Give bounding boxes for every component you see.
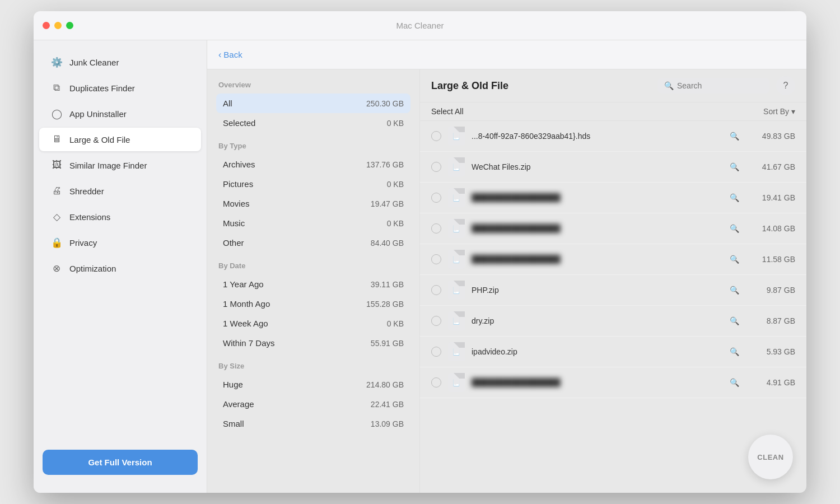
- file-type-icon: 📄: [448, 342, 465, 361]
- average-value: 22.41 GB: [371, 400, 404, 409]
- minimize-button[interactable]: [54, 22, 62, 29]
- file-checkbox[interactable]: [431, 285, 441, 295]
- overview-all-row[interactable]: All 250.30 GB: [216, 94, 410, 113]
- file-list-header: Select All Sort By ▾: [420, 102, 806, 121]
- type-row-archives[interactable]: Archives 137.76 GB: [216, 155, 410, 174]
- size-row-average[interactable]: Average 22.41 GB: [216, 394, 410, 414]
- select-all-label[interactable]: Select All: [431, 107, 464, 116]
- movies-value: 19.47 GB: [371, 199, 404, 208]
- overview-selected-row[interactable]: Selected 0 KB: [216, 113, 410, 133]
- sidebar-item-large-old-file[interactable]: 🖥 Large & Old File: [39, 128, 201, 151]
- average-label: Average: [223, 399, 254, 409]
- type-row-music[interactable]: Music 0 KB: [216, 213, 410, 233]
- chevron-down-icon: ▾: [791, 107, 795, 116]
- file-checkbox[interactable]: [431, 193, 441, 203]
- file-search-icon[interactable]: 🔍: [725, 162, 744, 171]
- sidebar-item-label: Shredder: [69, 186, 104, 196]
- sidebar-item-app-uninstaller[interactable]: ◯ App Uninstaller: [39, 102, 201, 125]
- file-name: ████████████████: [472, 255, 718, 264]
- pictures-value: 0 KB: [387, 180, 404, 189]
- file-search-icon[interactable]: 🔍: [725, 132, 744, 141]
- sidebar-item-label: Similar Image Finder: [69, 161, 147, 170]
- file-checkbox[interactable]: [431, 131, 441, 141]
- file-checkbox[interactable]: [431, 223, 441, 234]
- file-checkbox[interactable]: [431, 316, 441, 326]
- size-row-small[interactable]: Small 13.09 GB: [216, 414, 410, 433]
- sidebar-item-extensions[interactable]: ◇ Extensions: [39, 205, 201, 228]
- back-button[interactable]: ‹ Back: [218, 50, 242, 60]
- file-checkbox[interactable]: [431, 162, 441, 172]
- maximize-button[interactable]: [66, 22, 73, 29]
- other-label: Other: [223, 238, 244, 248]
- by-date-title: By Date: [216, 262, 410, 270]
- sidebar-item-label: Optimization: [69, 264, 116, 273]
- file-search-icon[interactable]: 🔍: [725, 255, 744, 264]
- file-size: 41.67 GB: [750, 162, 795, 171]
- file-search-icon[interactable]: 🔍: [725, 286, 744, 295]
- small-label: Small: [223, 419, 244, 428]
- clean-button[interactable]: CLEAN: [748, 435, 793, 479]
- file-search-icon[interactable]: 🔍: [725, 224, 744, 233]
- file-search-icon[interactable]: 🔍: [725, 193, 744, 202]
- image-icon: 🖼: [50, 159, 63, 171]
- year-ago-label: 1 Year Ago: [223, 279, 264, 289]
- get-full-version-button[interactable]: Get Full Version: [43, 450, 198, 475]
- year-ago-value: 39.11 GB: [371, 280, 404, 289]
- all-value: 250.30 GB: [366, 99, 404, 108]
- file-type-icon: 📄: [448, 311, 465, 330]
- type-row-other[interactable]: Other 84.40 GB: [216, 233, 410, 253]
- sidebar-item-shredder[interactable]: 🖨 Shredder: [39, 179, 201, 203]
- sidebar-item-duplicates-finder[interactable]: ⧉ Duplicates Finder: [39, 76, 201, 100]
- traffic-lights: [43, 22, 73, 29]
- type-row-movies[interactable]: Movies 19.47 GB: [216, 194, 410, 213]
- search-input[interactable]: [677, 81, 763, 90]
- file-name: ████████████████: [472, 193, 718, 202]
- sidebar-item-similar-image-finder[interactable]: 🖼 Similar Image Finder: [39, 153, 201, 177]
- date-row-year[interactable]: 1 Year Ago 39.11 GB: [216, 274, 410, 294]
- date-row-week[interactable]: 1 Week Ago 0 KB: [216, 314, 410, 333]
- help-button[interactable]: ?: [776, 76, 795, 95]
- huge-value: 214.80 GB: [366, 380, 404, 389]
- sort-by-button[interactable]: Sort By ▾: [763, 107, 795, 116]
- file-search-icon[interactable]: 🔍: [725, 378, 744, 387]
- left-panel: Overview All 250.30 GB Selected 0 KB By …: [207, 69, 420, 493]
- close-button[interactable]: [43, 22, 50, 29]
- optimization-icon: ⊗: [50, 262, 63, 274]
- file-name: ...8-40ff-92a7-860e329aab41}.hds: [472, 132, 718, 141]
- file-name: ipadvideo.zip: [472, 347, 718, 356]
- sidebar-item-label: Junk Cleaner: [69, 58, 119, 67]
- file-list: 📄...8-40ff-92a7-860e329aab41}.hds🔍49.83 …: [420, 121, 806, 493]
- by-type-title: By Type: [216, 142, 410, 150]
- file-checkbox[interactable]: [431, 254, 441, 264]
- search-box[interactable]: 🔍: [657, 78, 769, 94]
- gear-icon: ⚙️: [50, 56, 63, 68]
- lock-icon: 🔒: [50, 236, 63, 249]
- all-label: All: [223, 99, 232, 108]
- date-row-within7[interactable]: Within 7 Days 55.91 GB: [216, 333, 410, 353]
- sidebar-item-junk-cleaner[interactable]: ⚙️ Junk Cleaner: [39, 50, 201, 74]
- date-row-month[interactable]: 1 Month Ago 155.28 GB: [216, 294, 410, 314]
- file-type-icon: 📄: [448, 157, 465, 176]
- shredder-icon: 🖨: [50, 185, 63, 197]
- sidebar-item-privacy[interactable]: 🔒 Privacy: [39, 231, 201, 254]
- file-icon: 🖥: [50, 133, 63, 146]
- file-size: 49.83 GB: [750, 132, 795, 141]
- file-search-icon[interactable]: 🔍: [725, 347, 744, 356]
- sidebar-item-optimization[interactable]: ⊗ Optimization: [39, 256, 201, 280]
- file-type-icon: 📄: [448, 373, 465, 392]
- sidebar-item-label: App Uninstaller: [69, 109, 127, 119]
- file-search-icon[interactable]: 🔍: [725, 316, 744, 325]
- file-type-icon: 📄: [448, 219, 465, 238]
- size-row-huge[interactable]: Huge 214.80 GB: [216, 375, 410, 394]
- selected-value: 0 KB: [387, 119, 404, 128]
- file-checkbox[interactable]: [431, 347, 441, 357]
- archives-label: Archives: [223, 160, 255, 169]
- right-panel: Large & Old File 🔍 ? Select All: [420, 69, 806, 493]
- type-row-pictures[interactable]: Pictures 0 KB: [216, 174, 410, 194]
- top-bar: ‹ Back: [207, 40, 806, 69]
- music-label: Music: [223, 218, 245, 228]
- file-checkbox[interactable]: [431, 377, 441, 388]
- file-name: ████████████████: [472, 224, 718, 233]
- app-icon: ◯: [50, 108, 63, 120]
- file-size: 9.87 GB: [750, 286, 795, 295]
